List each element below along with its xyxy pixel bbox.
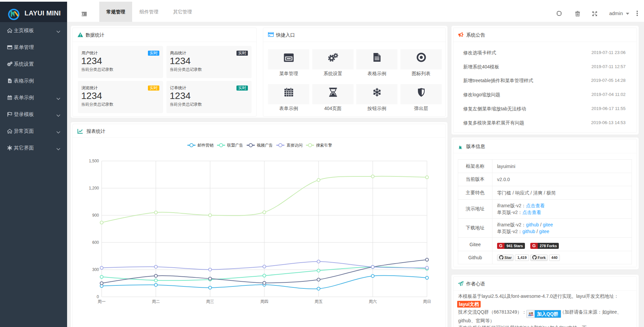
svg-text:联盟广告: 联盟广告 (227, 143, 243, 148)
svg-text:周四: 周四 (260, 299, 268, 304)
svg-text:视频广告: 视频广告 (257, 143, 273, 148)
svg-text:直接访问: 直接访问 (286, 143, 303, 148)
svg-text:周二: 周二 (152, 299, 160, 304)
svg-text:900: 900 (92, 213, 99, 218)
svg-text:邮件营销: 邮件营销 (198, 143, 214, 148)
svg-text:周日: 周日 (423, 299, 431, 304)
svg-text:周三: 周三 (206, 299, 214, 304)
svg-text:0: 0 (97, 294, 99, 299)
svg-text:1,200: 1,200 (89, 186, 99, 190)
svg-text:搜索引擎: 搜索引擎 (316, 143, 332, 148)
svg-text:周五: 周五 (315, 299, 323, 304)
svg-text:周六: 周六 (369, 299, 377, 304)
svg-text:周一: 周一 (98, 299, 106, 304)
svg-text:600: 600 (92, 240, 99, 245)
svg-text:300: 300 (92, 267, 99, 272)
svg-text:1,500: 1,500 (89, 159, 99, 163)
